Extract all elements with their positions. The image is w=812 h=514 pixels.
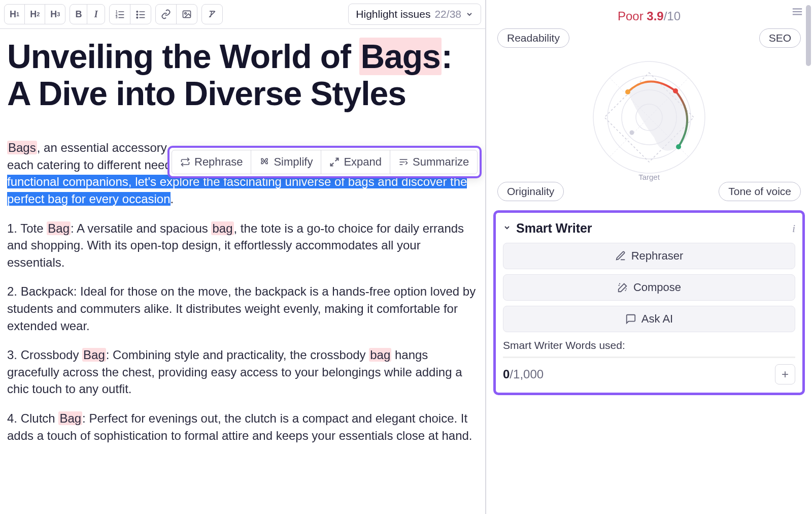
- list-item-2[interactable]: 2. Backpack: Ideal for those on the move…: [7, 283, 478, 334]
- rephraser-button[interactable]: Rephraser: [503, 243, 795, 269]
- link-icon: [161, 9, 171, 19]
- svg-point-8: [137, 14, 138, 16]
- keyword-highlight: bag: [369, 348, 391, 362]
- list-group: 123: [109, 4, 151, 24]
- ask-ai-button[interactable]: Ask AI: [503, 306, 795, 332]
- svg-text:3: 3: [116, 15, 118, 19]
- score-label: Poor: [618, 9, 644, 23]
- highlight-issues-dropdown[interactable]: Highlight issues 22/38: [348, 4, 481, 25]
- svg-point-29: [625, 89, 630, 94]
- chevron-down-icon: [465, 10, 473, 18]
- bold-button[interactable]: B: [70, 5, 87, 24]
- svg-point-13: [185, 13, 186, 14]
- keyword-highlight: Bags: [359, 38, 441, 75]
- svg-point-10: [137, 17, 138, 18]
- h1-button[interactable]: H1: [5, 5, 25, 24]
- smart-writer-card: Smart Writer i Rephraser Compose Ask AI …: [493, 210, 805, 395]
- menu-button[interactable]: [792, 7, 803, 18]
- rephrase-icon: [180, 157, 190, 167]
- svg-point-32: [630, 131, 634, 135]
- summarize-icon: [398, 157, 409, 167]
- keyword-highlight: Bag: [47, 221, 71, 235]
- side-panel: Poor 3.9/10 Readability SEO Originality …: [486, 0, 812, 514]
- edit-icon: [615, 250, 626, 262]
- simplify-icon: [259, 157, 269, 167]
- words-used-count: 0/1,000: [503, 367, 544, 381]
- tone-pill[interactable]: Tone of voice: [719, 182, 801, 201]
- score-max: /10: [664, 9, 681, 23]
- collapse-toggle[interactable]: [503, 223, 511, 234]
- link-button[interactable]: [156, 5, 177, 24]
- highlight-issues-count: 22/38: [434, 8, 461, 20]
- simplify-button[interactable]: Simplify: [251, 150, 321, 174]
- radar-chart: [588, 56, 710, 178]
- keyword-highlight: Bag: [58, 411, 82, 425]
- smart-writer-title: Smart Writer: [516, 221, 787, 236]
- score-value: 3.9: [647, 9, 663, 23]
- list-item-3[interactable]: 3. Crossbody Bag: Combining style and pr…: [7, 346, 478, 398]
- h2-button[interactable]: H2: [25, 5, 45, 24]
- scrollbar-thumb[interactable]: [806, 5, 811, 66]
- clear-group: [201, 4, 223, 24]
- heading-group: H1 H2 H3: [4, 4, 65, 24]
- words-used-bar: [503, 357, 795, 358]
- editor-body[interactable]: Unveiling the World of Bags: A Dive into…: [0, 29, 485, 514]
- editor-pane: H1 H2 H3 B I 123: [0, 0, 486, 514]
- h3-button[interactable]: H3: [45, 5, 65, 24]
- svg-point-6: [137, 11, 138, 13]
- info-button[interactable]: i: [792, 222, 795, 235]
- svg-point-30: [673, 88, 678, 93]
- quality-score: Poor 3.9/10: [493, 9, 805, 23]
- smart-writer-header: Smart Writer i: [503, 221, 795, 236]
- selection-toolbar: Rephrase Simplify Expand Summarize: [167, 146, 482, 178]
- seo-pill[interactable]: SEO: [759, 28, 801, 48]
- chat-icon: [625, 313, 636, 325]
- clear-format-icon: [207, 9, 217, 19]
- italic-button[interactable]: I: [87, 5, 105, 24]
- hamburger-icon: [792, 7, 803, 16]
- readability-pill[interactable]: Readability: [497, 28, 569, 48]
- quality-radar: Readability SEO Originality Tone of voic…: [493, 28, 805, 201]
- magic-wand-icon: [617, 282, 628, 293]
- clear-format-button[interactable]: [202, 5, 222, 24]
- list-item-4[interactable]: 4. Clutch Bag: Perfect for evenings out,…: [7, 410, 478, 444]
- compose-button[interactable]: Compose: [503, 274, 795, 301]
- insert-group: [155, 4, 197, 24]
- toolbar: H1 H2 H3 B I 123: [0, 0, 485, 29]
- rephrase-button[interactable]: Rephrase: [172, 150, 251, 174]
- target-label: Target: [638, 173, 660, 181]
- format-group: B I: [70, 4, 105, 24]
- chevron-down-icon: [503, 223, 511, 232]
- originality-pill[interactable]: Originality: [497, 182, 564, 201]
- image-button[interactable]: [177, 5, 197, 24]
- svg-point-31: [676, 144, 681, 149]
- keyword-highlight: Bags: [7, 141, 37, 154]
- add-words-button[interactable]: +: [775, 364, 795, 384]
- ordered-list-icon: 123: [115, 9, 125, 19]
- list-item-1[interactable]: 1. Tote Bag: A versatile and spacious ba…: [7, 220, 478, 271]
- highlight-issues-label: Highlight issues: [356, 8, 430, 20]
- document-title[interactable]: Unveiling the World of Bags: A Dive into…: [7, 38, 478, 112]
- ordered-list-button[interactable]: 123: [110, 5, 130, 24]
- bullet-list-button[interactable]: [130, 5, 151, 24]
- bullet-list-icon: [136, 9, 146, 19]
- expand-icon: [329, 157, 340, 167]
- keyword-highlight: bag: [211, 221, 233, 235]
- summarize-button[interactable]: Summarize: [390, 150, 477, 174]
- keyword-highlight: Bag: [82, 348, 106, 362]
- words-used-label: Smart Writer Words used:: [503, 339, 795, 351]
- image-icon: [182, 9, 192, 19]
- expand-button[interactable]: Expand: [321, 150, 390, 174]
